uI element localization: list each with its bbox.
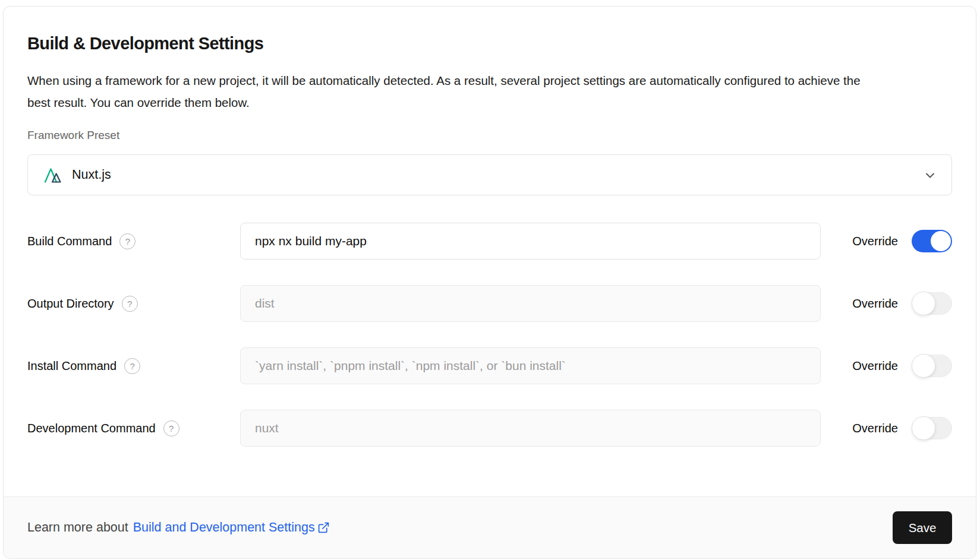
help-icon[interactable]: ? [163,420,179,436]
install-command-input[interactable] [240,347,821,384]
card-footer: Learn more about Build and Development S… [4,496,976,558]
help-icon[interactable]: ? [119,233,136,249]
learn-more-prefix: Learn more about [27,520,128,535]
framework-preset-value: Nuxt.js [72,167,111,182]
toggle-knob [912,354,935,378]
build-dev-settings-link[interactable]: Build and Development Settings [133,520,330,535]
toggle-knob [912,416,935,440]
install-command-override-toggle[interactable] [912,355,952,377]
nuxt-logo-icon [43,166,63,183]
save-button[interactable]: Save [893,511,952,544]
page-title: Build & Development Settings [27,34,952,53]
chevron-down-icon [923,168,937,182]
output-directory-label: Output Directory [27,297,114,311]
install-command-row: Install Command ? Override [27,347,952,384]
framework-preset-label: Framework Preset [27,129,952,142]
learn-more-link-label: Build and Development Settings [133,520,315,535]
development-command-override-toggle[interactable] [912,417,952,439]
help-icon[interactable]: ? [122,296,138,312]
output-directory-row: Output Directory ? Override [27,285,952,322]
build-dev-settings-card: Build & Development Settings When using … [3,6,976,559]
settings-rows: Build Command ? Override Output Director… [27,223,952,447]
output-directory-override-toggle[interactable] [912,292,952,315]
override-label: Override [852,422,898,435]
override-label: Override [852,235,898,248]
development-command-row: Development Command ? Override [27,410,952,447]
override-label: Override [852,297,898,311]
build-command-input[interactable] [240,223,821,260]
build-command-override-toggle[interactable] [912,230,952,252]
build-command-label: Build Command [27,235,112,248]
learn-more-text: Learn more about Build and Development S… [27,520,330,535]
development-command-label: Development Command [27,422,156,435]
override-label: Override [852,359,898,373]
framework-preset-select[interactable]: Nuxt.js [27,154,952,195]
external-link-icon [317,521,330,534]
settings-description: When using a framework for a new project… [27,69,871,113]
output-directory-input[interactable] [240,285,821,322]
development-command-input[interactable] [240,410,821,447]
install-command-label: Install Command [27,359,116,373]
toggle-knob [931,231,951,251]
toggle-knob [912,292,935,315]
build-command-row: Build Command ? Override [27,223,952,260]
help-icon[interactable]: ? [124,358,140,374]
